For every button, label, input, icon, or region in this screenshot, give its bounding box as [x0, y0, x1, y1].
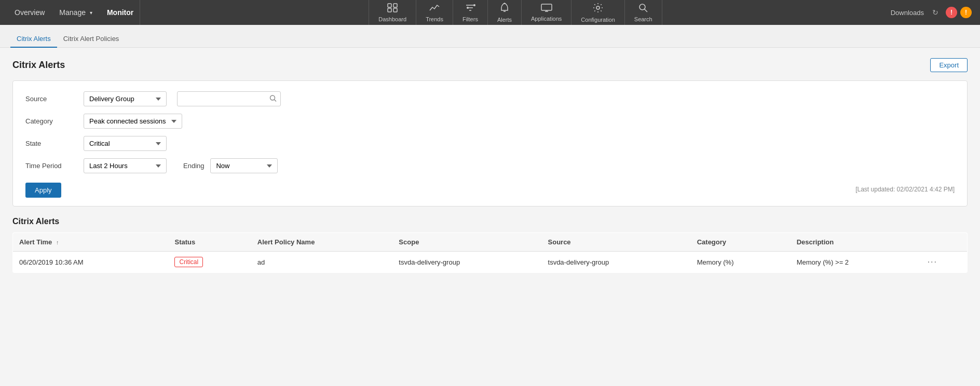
alerts-section-title: Citrix Alerts	[12, 217, 968, 226]
table-header: Alert Time ↑ Status Alert Policy Name Sc…	[13, 233, 968, 252]
category-label: Category	[25, 117, 77, 125]
search-icon	[269, 94, 277, 103]
category-select[interactable]: Peak connected sessions Memory (%) CPU (…	[84, 114, 182, 129]
nav-search[interactable]: Search	[625, 0, 662, 25]
ending-label: Ending	[183, 162, 204, 170]
cell-alert-time: 06/20/2019 10:36 AM	[13, 252, 169, 273]
col-scope: Scope	[392, 233, 541, 252]
nav-manage[interactable]: Manage ▾	[53, 0, 99, 25]
nav-applications[interactable]: Applications	[522, 0, 571, 25]
secondary-bar: Citrix Alerts Citrix Alert Policies	[0, 25, 980, 48]
state-select[interactable]: Critical Warning Normal	[84, 136, 167, 151]
alerts-icon	[500, 3, 509, 16]
svg-line-18	[275, 100, 277, 102]
page-header: Citrix Alerts Export	[12, 58, 968, 72]
svg-point-17	[270, 95, 275, 100]
svg-rect-0	[388, 4, 391, 7]
svg-line-16	[645, 9, 648, 12]
nav-monitor[interactable]: Monitor	[101, 0, 140, 25]
top-nav-center: Dashboard Trends Filters	[140, 0, 890, 25]
cell-more-options[interactable]: ···	[921, 252, 968, 273]
alert-button[interactable]: !	[946, 7, 957, 18]
svg-rect-3	[393, 8, 397, 12]
svg-point-14	[596, 6, 600, 9]
nav-alerts[interactable]: Alerts	[488, 0, 522, 25]
alerts-table-section: Citrix Alerts Alert Time ↑ Status Alert …	[12, 217, 968, 273]
svg-point-15	[639, 4, 645, 10]
table-body: 06/20/2019 10:36 AM Critical ad tsvda-de…	[13, 252, 968, 273]
col-status: Status	[168, 233, 251, 252]
svg-rect-2	[393, 4, 397, 7]
top-nav: Overview Manage ▾ Monitor Dashboard	[0, 0, 980, 25]
more-options-icon[interactable]: ···	[928, 257, 937, 266]
col-alert-time: Alert Time ↑	[13, 233, 169, 252]
time-period-row: Time Period Last 2 Hours Last 24 Hours L…	[25, 158, 955, 173]
col-source: Source	[542, 233, 691, 252]
nav-configuration[interactable]: Configuration	[571, 0, 624, 25]
main-content: Citrix Alerts Export Source Delivery Gro…	[0, 48, 980, 386]
col-actions	[921, 233, 968, 252]
chevron-down-icon: ▾	[90, 10, 92, 16]
svg-rect-1	[388, 8, 391, 12]
ending-select[interactable]: Now Custom	[210, 158, 278, 173]
col-policy-name: Alert Policy Name	[251, 233, 393, 252]
export-button[interactable]: Export	[930, 58, 968, 72]
tab-citrix-alerts[interactable]: Citrix Alerts	[10, 30, 57, 48]
warning-button[interactable]: !	[960, 7, 972, 18]
top-nav-actions: ↻ ! !	[928, 5, 972, 20]
nav-overview[interactable]: Overview	[8, 0, 51, 25]
cell-scope: tsvda-delivery-group	[392, 252, 541, 273]
svg-point-8	[467, 7, 469, 9]
col-description: Description	[791, 233, 921, 252]
nav-trends[interactable]: Trends	[416, 0, 453, 25]
source-search-input[interactable]	[177, 91, 281, 106]
table-row: 06/20/2019 10:36 AM Critical ad tsvda-de…	[13, 252, 968, 273]
page-title: Citrix Alerts	[12, 60, 65, 71]
cell-policy-name: ad	[251, 252, 393, 273]
refresh-button[interactable]: ↻	[928, 5, 943, 20]
trends-icon	[429, 3, 440, 15]
source-select[interactable]: Delivery Group Site Machine	[84, 91, 167, 106]
category-row: Category Peak connected sessions Memory …	[25, 114, 955, 129]
dashboard-icon	[387, 3, 398, 15]
tab-citrix-alert-policies[interactable]: Citrix Alert Policies	[57, 30, 126, 48]
alerts-table: Alert Time ↑ Status Alert Policy Name Sc…	[12, 232, 968, 273]
svg-point-7	[473, 4, 475, 6]
applications-icon	[541, 4, 552, 15]
state-label: State	[25, 140, 77, 147]
top-nav-right: Downloads ↻ ! !	[891, 5, 972, 20]
sort-icon: ↑	[56, 239, 59, 245]
filters-icon	[465, 3, 475, 15]
status-badge: Critical	[174, 257, 203, 267]
nav-filters[interactable]: Filters	[453, 0, 488, 25]
state-row: State Critical Warning Normal	[25, 136, 955, 151]
svg-rect-11	[541, 4, 552, 10]
apply-button[interactable]: Apply	[25, 183, 61, 198]
downloads-link[interactable]: Downloads	[891, 9, 924, 17]
search-icon-nav	[638, 3, 648, 15]
col-category: Category	[691, 233, 791, 252]
configuration-icon	[593, 3, 603, 16]
top-nav-left: Overview Manage ▾ Monitor	[8, 0, 140, 25]
source-row: Source Delivery Group Site Machine	[25, 91, 955, 106]
source-label: Source	[25, 95, 77, 103]
time-period-select[interactable]: Last 2 Hours Last 24 Hours Last 7 Days	[84, 158, 167, 173]
cell-category: Memory (%)	[691, 252, 791, 273]
cell-description: Memory (%) >= 2	[791, 252, 921, 273]
time-period-label: Time Period	[25, 162, 77, 170]
filter-panel: Source Delivery Group Site Machine Categ…	[12, 80, 968, 206]
source-search-wrap	[177, 91, 281, 106]
cell-source: tsvda-delivery-group	[542, 252, 691, 273]
last-updated: [Last updated: 02/02/2021 4:42 PM]	[855, 186, 955, 193]
nav-dashboard[interactable]: Dashboard	[369, 0, 416, 25]
cell-status: Critical	[168, 252, 251, 273]
